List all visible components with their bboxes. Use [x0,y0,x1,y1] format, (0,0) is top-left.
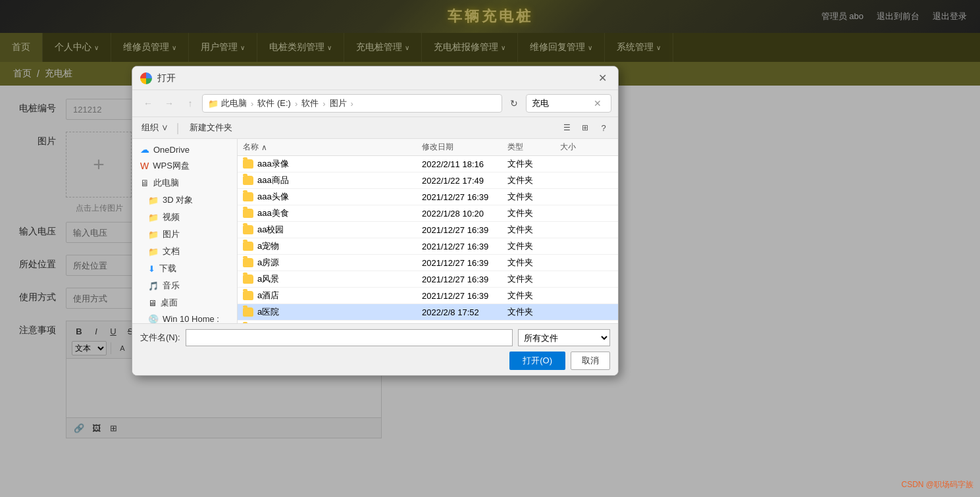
csdn-watermark: CSDN @职场码字族 [901,479,973,490]
folder-icon-8 [243,291,253,300]
file-modified-4: 2021/12/27 16:39 [422,225,507,235]
search-clear-btn[interactable]: ✕ [594,98,602,109]
col-type-header: 类型 [507,142,560,153]
footer-buttons: 打开(O) 取消 [140,352,610,370]
file-row-3[interactable]: aaa美食 2022/1/28 10:20 文件夹 [238,205,618,222]
sidebar-wps[interactable]: W WPS网盘 [132,157,237,174]
cancel-btn[interactable]: 取消 [571,352,610,370]
sidebar-video[interactable]: 📁 视频 [132,209,237,226]
sidebar-music-label: 音乐 [163,280,180,292]
sidebar-image[interactable]: 📁 图片 [132,226,237,243]
forward-btn[interactable]: → [160,94,178,113]
file-name-5: a宠物 [243,240,422,252]
sidebar-onedrive[interactable]: ☁ OneDrive [132,142,237,157]
dialog-overlay: 打开 ✕ ← → ↑ 📁 此电脑 › 软件 (E:) › 软件 › 图片 › ↻ [0,0,980,497]
chrome-icon [140,72,152,84]
dialog-title-label: 打开 [157,72,176,84]
sidebar-onedrive-label: OneDrive [153,145,190,155]
file-row-6[interactable]: a房源 2021/12/27 16:39 文件夹 [238,255,618,271]
file-type-0: 文件夹 [507,158,560,170]
file-modified-3: 2022/1/28 10:20 [422,209,507,219]
addr-part-software[interactable]: 软件 [301,97,319,109]
file-row-7[interactable]: a风景 2021/12/27 16:39 文件夹 [238,271,618,288]
file-name-8: a酒店 [243,290,422,301]
file-dialog: 打开 ✕ ← → ↑ 📁 此电脑 › 软件 (E:) › 软件 › 图片 › ↻ [132,66,619,376]
up-btn[interactable]: ↑ [181,94,199,113]
pc-icon: 🖥 [140,178,149,188]
file-row-0[interactable]: aaa录像 2022/2/11 18:16 文件夹 [238,156,618,172]
file-type-8: 文件夹 [507,290,560,301]
file-name-7: a风景 [243,273,422,285]
dialog-close-btn[interactable]: ✕ [594,70,610,86]
sidebar-win10[interactable]: 💿 Win 10 Home : [132,311,237,323]
file-row-10[interactable]: a运动，运动场地 2021/12/27 16:39 文件夹 [238,321,618,323]
sidebar-3d-label: 3D 对象 [163,194,193,206]
back-btn[interactable]: ← [139,94,157,113]
folder-icon-5 [243,242,253,251]
sidebar-desktop-label: 桌面 [161,297,178,309]
file-row-5[interactable]: a宠物 2021/12/27 16:39 文件夹 [238,238,618,255]
addr-part-images[interactable]: 图片 [330,97,347,109]
view-list-btn[interactable]: ☰ [559,120,575,136]
organize-btn[interactable]: 组织 ∨ [139,120,171,135]
view-grid-btn[interactable]: ⊞ [577,120,593,136]
toolbar2-sep: | [176,121,180,135]
addr-sep1: › [251,99,253,109]
sidebar-desktop[interactable]: 🖥 桌面 [132,294,237,311]
addr-sep2: › [295,99,297,109]
file-modified-9: 2022/2/8 17:52 [422,307,507,317]
dialog-toolbar2: 组织 ∨ | 新建文件夹 ☰ ⊞ ? [132,117,618,139]
folder-icon-0 [243,159,253,169]
file-type-10: 文件夹 [507,323,560,323]
sidebar-docs-label: 文档 [163,246,180,257]
file-modified-2: 2021/12/27 16:39 [422,192,507,202]
file-name-2: aaa头像 [243,191,422,203]
sidebar-image-label: 图片 [163,228,180,240]
file-name-1: aaa商品 [243,174,422,186]
sidebar-thispc[interactable]: 🖥 此电脑 [132,174,237,192]
open-btn[interactable]: 打开(O) [509,352,565,370]
address-bar: 📁 此电脑 › 软件 (E:) › 软件 › 图片 › [202,94,502,113]
sidebar-3d[interactable]: 📁 3D 对象 [132,192,237,209]
folder-icon-3 [243,209,253,218]
dialog-titlebar: 打开 ✕ [132,66,618,90]
new-folder-btn[interactable]: 新建文件夹 [184,120,238,135]
file-modified-7: 2021/12/27 16:39 [422,275,507,284]
addr-sep4: › [351,99,353,109]
folder-icon-1 [243,176,253,185]
view-controls: ☰ ⊞ ? [559,120,611,136]
file-type-5: 文件夹 [507,240,560,252]
file-name-3: aaa美食 [243,207,422,219]
filetype-select[interactable]: 所有文件 图片文件 [518,329,610,346]
col-size-header: 大小 [560,142,613,153]
file-name-10: a运动，运动场地 [243,323,422,323]
file-row-9[interactable]: a医院 2022/2/8 17:52 文件夹 [238,304,618,321]
sidebar-video-label: 视频 [163,211,180,223]
sidebar-3d-icon: 📁 [148,196,159,205]
filelist-header: 名称 ∧ 修改日期 类型 大小 [238,139,618,156]
file-row-1[interactable]: aaa商品 2022/1/22 17:49 文件夹 [238,172,618,189]
addr-part-thispc[interactable]: 此电脑 [221,97,247,109]
dialog-body: ☁ OneDrive W WPS网盘 🖥 此电脑 📁 3D 对象 📁 [132,139,618,323]
refresh-btn[interactable]: ↻ [505,94,523,113]
sidebar-downloads-icon: ⬇ [148,264,155,274]
sidebar-docs[interactable]: 📁 文档 [132,243,237,260]
sidebar-win10-label: Win 10 Home : [163,314,219,323]
sidebar-win10-icon: 💿 [148,314,159,323]
file-row-8[interactable]: a酒店 2021/12/27 16:39 文件夹 [238,288,618,304]
folder-icon-9 [243,307,253,317]
file-row-4[interactable]: aa校园 2021/12/27 16:39 文件夹 [238,222,618,238]
file-row-2[interactable]: aaa头像 2021/12/27 16:39 文件夹 [238,189,618,205]
file-modified-5: 2021/12/27 16:39 [422,242,507,251]
search-input[interactable] [532,99,591,109]
filename-input[interactable] [186,329,513,346]
sidebar-downloads[interactable]: ⬇ 下载 [132,260,237,277]
addr-part-softwareE[interactable]: 软件 (E:) [257,97,291,109]
folder-icon-6 [243,258,253,267]
col-name-header[interactable]: 名称 ∧ [243,142,422,153]
help-btn[interactable]: ? [596,120,611,136]
folder-icon-2 [243,192,253,201]
folder-icon-7 [243,275,253,284]
sidebar-music[interactable]: 🎵 音乐 [132,277,237,294]
file-modified-6: 2021/12/27 16:39 [422,258,507,268]
